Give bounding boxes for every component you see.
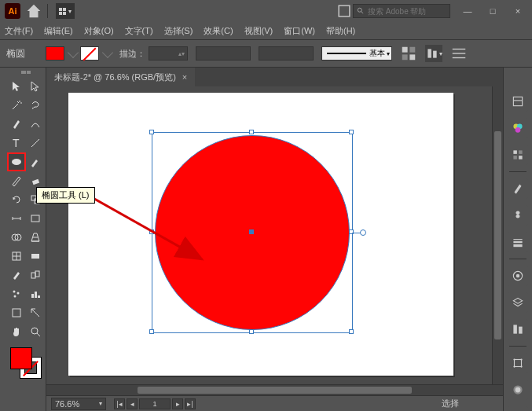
home-icon[interactable] (25, 2, 42, 20)
tool-slice[interactable] (26, 303, 45, 322)
panel-stroke-icon[interactable] (508, 232, 528, 252)
svg-rect-42 (513, 150, 517, 154)
close-tab-icon[interactable]: × (182, 72, 187, 82)
tool-shape-builder[interactable] (7, 228, 26, 247)
fill-box[interactable] (10, 347, 32, 369)
workspace-switcher[interactable]: ▾ (56, 3, 75, 19)
align-icon[interactable]: ▾ (425, 45, 442, 62)
stroke-weight-input[interactable]: ▴▾ (149, 46, 188, 61)
search-icon (357, 7, 365, 15)
menu-file[interactable]: 文件(F) (5, 25, 33, 37)
tool-symbol-sprayer[interactable] (7, 284, 26, 303)
svg-point-28 (17, 292, 20, 295)
menu-object[interactable]: 对象(O) (84, 25, 114, 37)
tool-lasso[interactable] (26, 96, 45, 115)
graphic-style-dropdown[interactable]: 基本 ▾ (321, 46, 392, 61)
tool-type[interactable]: T (7, 134, 26, 152)
divider (47, 4, 48, 18)
tool-artboard[interactable] (7, 303, 26, 322)
tool-gradient[interactable] (26, 247, 45, 266)
tool-direct-selection[interactable] (26, 77, 45, 96)
brush-definition[interactable] (259, 46, 314, 61)
canvas[interactable] (46, 86, 492, 384)
handle-se[interactable] (349, 329, 354, 334)
horizontal-scrollbar[interactable] (46, 384, 503, 395)
opacity-icon[interactable] (400, 45, 417, 62)
tool-hand[interactable] (7, 322, 26, 341)
panel-swatches-icon[interactable] (508, 145, 528, 165)
minimize-button[interactable]: — (458, 5, 477, 17)
menu-effect[interactable]: 效果(C) (204, 25, 233, 37)
zoom-level[interactable]: 76.6%▾ (51, 398, 106, 410)
tool-eyedropper[interactable] (7, 266, 26, 284)
handle-ne[interactable] (349, 130, 354, 134)
svg-line-36 (76, 189, 202, 259)
tool-zoom[interactable] (26, 322, 45, 341)
handle-sw[interactable] (149, 329, 154, 334)
fill-swatch[interactable] (46, 46, 64, 61)
tool-column-graph[interactable] (26, 284, 45, 303)
svg-rect-52 (519, 327, 523, 334)
tool-free-transform[interactable] (26, 209, 45, 228)
tool-pencil[interactable] (7, 171, 26, 190)
handle-n[interactable] (249, 130, 254, 134)
svg-rect-8 (433, 51, 437, 58)
first-artboard-button[interactable]: |◂ (114, 398, 125, 409)
maximize-button[interactable]: □ (483, 5, 502, 17)
tools-panel: T 椭圆工具 (L) (6, 68, 46, 411)
menu-edit[interactable]: 编辑(E) (44, 25, 73, 37)
tool-ellipse[interactable] (7, 152, 26, 171)
style-label: 基本 (369, 48, 385, 59)
next-artboard-button[interactable]: ▸ (172, 398, 183, 409)
menu-type[interactable]: 文字(T) (125, 25, 153, 37)
menu-help[interactable]: 帮助(H) (326, 25, 355, 37)
handle-nw[interactable] (149, 130, 154, 134)
tool-paintbrush[interactable] (26, 152, 45, 171)
panel-brushes-icon[interactable] (508, 178, 528, 199)
prev-artboard-button[interactable]: ◂ (127, 398, 138, 409)
panel-layers-icon[interactable] (508, 292, 528, 313)
svg-text:T: T (13, 137, 20, 149)
tool-blend[interactable] (26, 266, 45, 284)
tool-rotate[interactable] (7, 190, 26, 209)
panel-transform-icon[interactable] (508, 353, 528, 373)
svg-rect-6 (409, 54, 415, 60)
last-artboard-button[interactable]: ▸| (185, 398, 196, 409)
fill-dropdown-icon[interactable] (68, 46, 79, 57)
search-field[interactable] (353, 4, 450, 18)
menu-view[interactable]: 视图(V) (244, 25, 273, 37)
menubar: 文件(F) 编辑(E) 对象(O) 文字(T) 选择(S) 效果(C) 视图(V… (0, 22, 532, 39)
panel-symbols-icon[interactable] (508, 205, 528, 226)
tool-mesh[interactable] (7, 247, 26, 266)
svg-rect-37 (513, 97, 522, 105)
panel-align-icon[interactable] (508, 319, 528, 339)
close-button[interactable]: × (508, 5, 527, 17)
panel-color-icon[interactable] (508, 118, 528, 138)
tool-perspective[interactable] (26, 228, 45, 247)
stroke-dropdown-icon[interactable] (102, 46, 113, 57)
panel-graphic-styles-icon[interactable] (508, 266, 528, 286)
stroke-swatch[interactable] (80, 46, 99, 61)
panel-libraries-icon[interactable] (508, 406, 528, 411)
vertical-scrollbar[interactable] (492, 86, 503, 384)
tool-selection[interactable] (7, 77, 26, 96)
tool-line[interactable] (26, 134, 45, 152)
panel-properties-icon[interactable] (508, 91, 528, 112)
transform-icon[interactable] (450, 45, 468, 62)
artboard-number[interactable]: 1 (139, 398, 171, 409)
tool-magic-wand[interactable] (7, 96, 26, 115)
document-tab[interactable]: 未标题-2* @ 76.6% (RGB/预览) × (46, 68, 195, 86)
svg-rect-7 (427, 49, 431, 57)
tool-width[interactable] (7, 209, 26, 228)
variable-width-profile[interactable] (196, 46, 251, 61)
tool-pen[interactable] (7, 115, 26, 134)
panel-appearance-icon[interactable] (508, 380, 528, 400)
status-bar: 76.6%▾ |◂ ◂ 1 ▸ ▸| 选择 (46, 395, 503, 411)
fill-stroke-control[interactable] (9, 346, 43, 380)
menu-select[interactable]: 选择(S) (164, 25, 193, 37)
rotate-handle[interactable] (360, 229, 366, 236)
tool-curvature[interactable] (26, 115, 45, 134)
menu-window[interactable]: 窗口(W) (284, 25, 315, 37)
search-input[interactable] (368, 7, 446, 16)
sync-icon[interactable] (336, 2, 353, 20)
